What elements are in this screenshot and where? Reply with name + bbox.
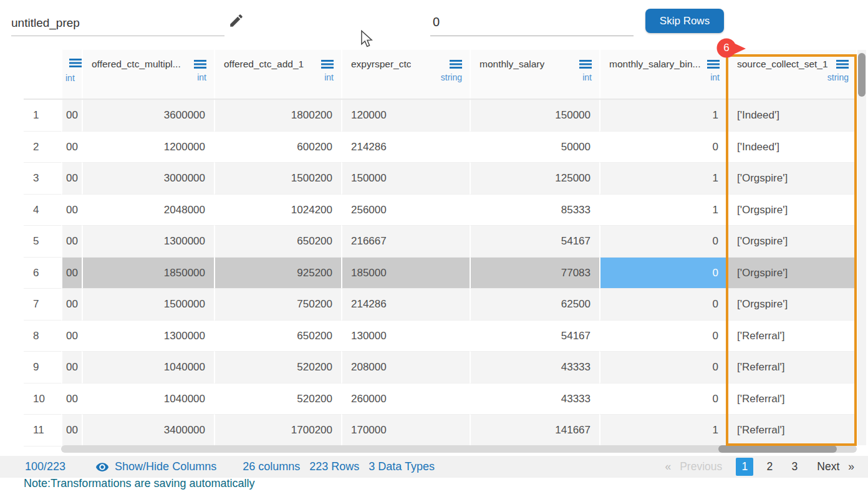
- column-header-offered-ctc-add-1[interactable]: offered_ctc_add_1 int: [214, 50, 341, 99]
- table-cell[interactable]: 00: [61, 100, 82, 132]
- table-cell[interactable]: 130000: [341, 321, 470, 352]
- skip-rows-button[interactable]: Skip Rows: [645, 9, 724, 33]
- table-cell[interactable]: 0: [599, 384, 727, 415]
- table-cell[interactable]: 185000: [341, 258, 470, 289]
- table-cell[interactable]: 650200: [214, 321, 341, 352]
- table-cell[interactable]: 43333: [470, 352, 599, 384]
- column-header-offered-ctc-multipl[interactable]: offered_ctc_multipl... int: [82, 50, 214, 99]
- table-cell[interactable]: 00: [61, 195, 82, 226]
- prep-name-input[interactable]: untitled_prep: [11, 10, 224, 36]
- first-page-arrow[interactable]: «: [665, 460, 671, 473]
- vertical-scrollbar-track[interactable]: [857, 50, 866, 445]
- table-cell[interactable]: 150000: [470, 100, 599, 132]
- vertical-scrollbar-thumb[interactable]: [858, 53, 866, 97]
- table-cell[interactable]: 0: [599, 289, 727, 321]
- horizontal-scrollbar-thumb[interactable]: [718, 445, 837, 453]
- table-cell[interactable]: 1300000: [82, 321, 214, 352]
- column-menu-icon[interactable]: [579, 60, 592, 69]
- table-cell[interactable]: ['Indeed']: [727, 100, 856, 132]
- table-cell[interactable]: 216667: [341, 226, 470, 258]
- table-cell[interactable]: 00: [61, 163, 82, 195]
- table-cell[interactable]: 00: [61, 258, 82, 289]
- table-cell[interactable]: 3400000: [82, 415, 214, 446]
- table-cell[interactable]: 00: [61, 226, 82, 258]
- column-header-monthly-salary-bin[interactable]: monthly_salary_bin... int: [599, 50, 727, 99]
- table-cell[interactable]: 141667: [470, 415, 599, 446]
- table-cell[interactable]: 00: [61, 415, 82, 446]
- skip-rows-input[interactable]: 0: [430, 9, 634, 36]
- page-button-1[interactable]: 1: [736, 458, 753, 476]
- table-cell[interactable]: 1040000: [82, 384, 214, 415]
- columns-count[interactable]: 26 columns: [243, 460, 300, 473]
- table-cell[interactable]: 1: [599, 163, 727, 195]
- previous-page-button[interactable]: Previous: [680, 460, 722, 473]
- table-cell[interactable]: 3000000: [82, 163, 214, 195]
- table-cell[interactable]: ['Orgspire']: [727, 226, 856, 258]
- table-cell[interactable]: 62500: [470, 289, 599, 321]
- table-cell[interactable]: 3600000: [82, 100, 214, 132]
- table-cell[interactable]: 1024200: [214, 195, 341, 226]
- table-cell[interactable]: 1500000: [82, 289, 214, 321]
- table-cell[interactable]: 170000: [341, 415, 470, 446]
- table-cell[interactable]: 00: [61, 289, 82, 321]
- table-cell[interactable]: 600200: [214, 132, 341, 163]
- table-cell[interactable]: ['Referral']: [727, 352, 856, 384]
- table-cell[interactable]: 54167: [470, 321, 599, 352]
- table-cell[interactable]: 125000: [470, 163, 599, 195]
- table-cell[interactable]: 0: [599, 132, 727, 163]
- table-cell[interactable]: ['Orgspire']: [727, 195, 856, 226]
- column-header-expyrsper-ctc[interactable]: expyrsper_ctc string: [341, 50, 470, 99]
- table-cell[interactable]: 520200: [214, 384, 341, 415]
- column-menu-icon[interactable]: [836, 60, 849, 69]
- table-cell[interactable]: 2048000: [82, 195, 214, 226]
- table-cell[interactable]: 208000: [341, 352, 470, 384]
- table-cell[interactable]: 214286: [341, 289, 470, 321]
- page-button-2[interactable]: 2: [761, 458, 778, 476]
- table-cell[interactable]: 1300000: [82, 226, 214, 258]
- table-cell[interactable]: 43333: [470, 384, 599, 415]
- table-cell[interactable]: 1040000: [82, 352, 214, 384]
- table-cell[interactable]: 650200: [214, 226, 341, 258]
- table-cell[interactable]: 50000: [470, 132, 599, 163]
- table-cell[interactable]: ['Orgspire']: [727, 163, 856, 195]
- table-cell[interactable]: 0: [599, 258, 727, 289]
- table-cell[interactable]: 214286: [341, 132, 470, 163]
- table-cell[interactable]: 150000: [341, 163, 470, 195]
- column-header-monthly-salary[interactable]: monthly_salary int: [470, 50, 599, 99]
- table-cell[interactable]: ['Orgspire']: [727, 289, 856, 321]
- table-cell[interactable]: 260000: [341, 384, 470, 415]
- rows-count[interactable]: 223 Rows: [309, 460, 359, 473]
- table-cell[interactable]: 120000: [341, 100, 470, 132]
- last-page-arrow[interactable]: »: [848, 460, 854, 473]
- table-cell[interactable]: 1: [599, 100, 727, 132]
- edit-pencil-icon[interactable]: [228, 12, 244, 29]
- table-cell[interactable]: 1800200: [214, 100, 341, 132]
- table-cell[interactable]: 1: [599, 195, 727, 226]
- column-header-truncated[interactable]: int: [61, 50, 82, 99]
- table-cell[interactable]: 925200: [214, 258, 341, 289]
- table-cell[interactable]: 520200: [214, 352, 341, 384]
- show-hide-columns-button[interactable]: Show/Hide Columns: [95, 460, 216, 474]
- table-cell[interactable]: 85333: [470, 195, 599, 226]
- column-header-source-collect-set-1[interactable]: source_collect_set_1 string: [727, 50, 856, 99]
- table-cell[interactable]: 00: [61, 132, 82, 163]
- table-cell[interactable]: ['Referral']: [727, 415, 856, 446]
- table-cell[interactable]: 0: [599, 321, 727, 352]
- table-cell[interactable]: ['Referral']: [727, 384, 856, 415]
- table-cell[interactable]: 00: [61, 321, 82, 352]
- table-cell[interactable]: ['Indeed']: [727, 132, 856, 163]
- table-cell[interactable]: 1500200: [214, 163, 341, 195]
- page-button-3[interactable]: 3: [786, 458, 803, 476]
- table-cell[interactable]: 77083: [470, 258, 599, 289]
- table-cell[interactable]: 1700200: [214, 415, 341, 446]
- next-page-button[interactable]: Next: [817, 460, 839, 473]
- table-cell[interactable]: 750200: [214, 289, 341, 321]
- table-cell[interactable]: 00: [61, 352, 82, 384]
- table-cell[interactable]: 1200000: [82, 132, 214, 163]
- table-cell[interactable]: 0: [599, 352, 727, 384]
- table-cell[interactable]: ['Orgspire']: [727, 258, 856, 289]
- table-cell[interactable]: 256000: [341, 195, 470, 226]
- table-cell[interactable]: 00: [61, 384, 82, 415]
- table-cell[interactable]: 1: [599, 415, 727, 446]
- column-menu-icon[interactable]: [321, 60, 334, 69]
